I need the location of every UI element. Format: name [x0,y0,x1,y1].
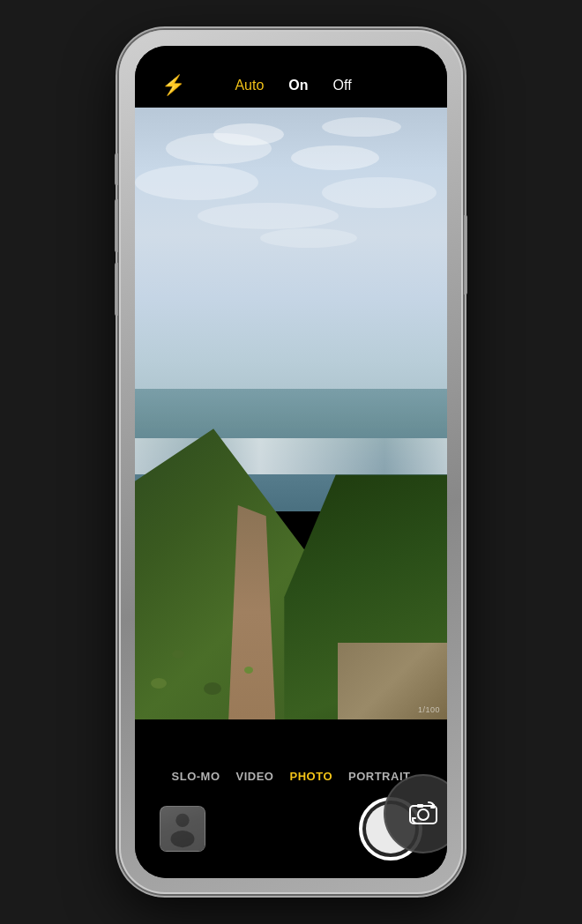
svg-point-4 [418,809,429,820]
thumbnail-inner [160,807,205,851]
scene-container: 1/100 [135,108,447,719]
camera-controls: SLO-MO VIDEO PHOTO PORTRAIT [135,719,447,878]
flash-auto-option[interactable]: Auto [235,78,264,93]
flash-options: Auto On Off [235,78,351,93]
veg-2 [172,650,184,659]
land [135,414,447,719]
viewfinder[interactable]: 1/100 [135,108,447,719]
mode-bar: SLO-MO VIDEO PHOTO PORTRAIT [172,770,411,783]
cloud-7 [198,203,339,229]
cloud-2 [213,123,284,145]
notch [229,46,353,71]
svg-rect-5 [417,804,423,808]
cloud-5 [322,117,401,137]
thumbnail-person [160,807,205,851]
phone-screen: ⚡ Auto On Off [135,46,447,878]
flash-icon[interactable]: ⚡ [161,74,185,97]
veg-4 [244,667,253,674]
mode-slomo[interactable]: SLO-MO [172,770,220,783]
phone-outer: ⚡ Auto On Off [119,30,463,894]
flip-camera-icon [407,798,439,830]
volume-down-button[interactable] [115,199,118,252]
cloud-4 [291,145,379,170]
volume-up-button[interactable] [115,153,118,185]
flash-off-option[interactable]: Off [333,78,352,93]
sky [135,108,447,426]
cloud-6 [322,177,436,208]
cloud-8 [260,228,357,248]
svg-point-2 [171,831,195,847]
cloud-3 [135,165,258,200]
flash-on-option[interactable]: On [288,78,308,93]
mode-video[interactable]: VIDEO [236,770,274,783]
silent-switch[interactable] [115,263,118,316]
watermark: 1/100 [418,705,440,714]
camera-ui: ⚡ Auto On Off [135,46,447,878]
svg-point-1 [175,814,189,827]
shutter-row [135,797,447,861]
mode-photo[interactable]: PHOTO [290,770,333,783]
power-button[interactable] [464,215,467,294]
last-photo-thumbnail[interactable] [160,806,205,852]
